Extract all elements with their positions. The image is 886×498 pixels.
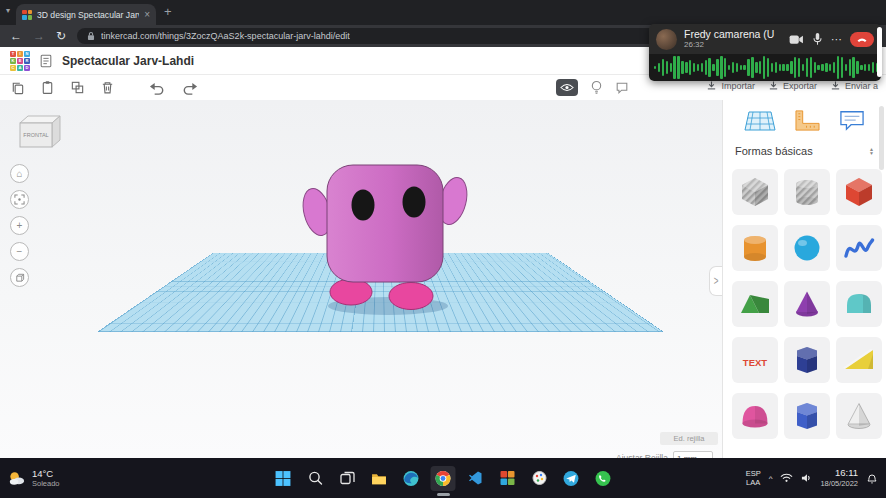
view-nav-buttons: ⌂ + − (10, 164, 29, 287)
more-options-icon[interactable]: ⋯ (831, 37, 842, 41)
perspective-toggle-button[interactable] (10, 268, 29, 287)
enviar-a-button[interactable]: Enviar a (830, 80, 878, 91)
stop-recording-button[interactable] (850, 32, 874, 47)
ruler-tool-icon[interactable] (793, 108, 822, 133)
exportar-button[interactable]: Exportar (768, 80, 817, 91)
clock[interactable]: 16:11 18/05/2022 (820, 467, 858, 488)
telegram-icon[interactable] (559, 466, 584, 491)
duplicate-icon[interactable] (70, 80, 85, 95)
shape-cono[interactable] (784, 281, 830, 327)
undo-icon[interactable] (149, 81, 166, 95)
notes-panel-icon[interactable] (838, 109, 866, 133)
edge-icon[interactable] (399, 466, 424, 491)
snap-grid-select[interactable]: 1 mm ▾ (673, 451, 713, 458)
panel-scrollbar[interactable] (879, 106, 884, 170)
viewcube-label: FRONTAL (23, 132, 48, 138)
shapes-panel: Formas básicas ▲ ▼ TEXT (722, 100, 886, 458)
search-icon[interactable] (303, 466, 328, 491)
panel-collapse-handle[interactable]: > (709, 266, 722, 296)
snap-grid-controls: Ajustar Rejilla 1 mm ▾ (616, 451, 713, 458)
shape-esfera[interactable] (784, 225, 830, 271)
screen: ▾ 3D design Spectacular Jarv-Lahdi × + ←… (0, 0, 886, 498)
shape-caja[interactable] (836, 169, 882, 215)
design-name[interactable]: Spectacular Jarv-Lahdi (62, 54, 194, 68)
vscode-icon[interactable] (463, 466, 488, 491)
browser-tab-strip: ▾ 3D design Spectacular Jarv-Lahdi × + (0, 0, 886, 25)
recorder-info: Fredy camarena (U 26:32 (684, 28, 782, 49)
design-menu-icon[interactable] (39, 54, 53, 68)
paint-icon[interactable] (527, 466, 552, 491)
left-foot (330, 279, 372, 305)
recorder-user-name: Fredy camarena (U (684, 28, 782, 40)
shape-hexagono[interactable] (784, 393, 830, 439)
forward-button[interactable]: → (33, 30, 45, 42)
hidden-icons-chevron[interactable]: ^ (769, 474, 773, 483)
logo-tile: D (24, 65, 30, 71)
panel-tools (723, 100, 886, 137)
shape-techo[interactable] (732, 281, 778, 327)
paste-icon[interactable] (40, 80, 55, 95)
delete-icon[interactable] (100, 80, 115, 95)
workplane-tool-icon[interactable] (743, 109, 777, 133)
overlay-scrollbar[interactable] (877, 27, 882, 77)
back-button[interactable]: ← (10, 30, 22, 42)
left-eye (352, 190, 375, 221)
notes-tool-icon[interactable] (615, 81, 629, 95)
recorder-controls: ⋯ (789, 32, 874, 47)
shape-techo-redondeado[interactable] (836, 281, 882, 327)
task-view-icon[interactable] (335, 466, 360, 491)
logo-tile: K (10, 58, 16, 64)
start-icon[interactable] (271, 466, 296, 491)
weather-widget[interactable]: 14°C Soleado (7, 458, 60, 498)
tinkercad-icon[interactable] (495, 466, 520, 491)
shape-poligono[interactable] (784, 337, 830, 383)
shape-cuna[interactable] (836, 337, 882, 383)
tab-close-icon[interactable]: × (144, 10, 150, 20)
keyboard-language[interactable]: ESP LAA (746, 469, 761, 488)
wifi-icon[interactable] (780, 473, 793, 483)
header-actions: ImportarExportarEnviar a (706, 80, 878, 91)
shape-medio-cono[interactable] (836, 393, 882, 439)
tinkercad-logo[interactable]: TINKERCAD (10, 51, 30, 71)
shape-paraboloide[interactable] (732, 393, 778, 439)
shape-garabato[interactable] (836, 225, 882, 271)
shape-category-label: Formas básicas (735, 145, 813, 157)
view-cube[interactable]: FRONTAL (14, 112, 64, 156)
shape-cilindro-hueco[interactable] (784, 169, 830, 215)
mic-icon[interactable] (812, 32, 823, 46)
tab-search-chevron-icon[interactable]: ▾ (6, 7, 10, 15)
reload-button[interactable]: ↻ (56, 30, 66, 42)
redo-icon[interactable] (181, 81, 198, 95)
chrome-icon[interactable] (431, 466, 456, 491)
zoom-in-button[interactable]: + (10, 216, 29, 235)
importar-button[interactable]: Importar (706, 80, 755, 91)
url-text: tinkercad.com/things/3ZoczQAaS2k-spectac… (101, 31, 350, 41)
category-spinner-icon[interactable]: ▲ ▼ (869, 147, 874, 156)
browser-tab[interactable]: 3D design Spectacular Jarv-Lahdi × (16, 4, 156, 25)
shape-caja-hueca[interactable] (732, 169, 778, 215)
logo-tile: N (24, 51, 30, 57)
3d-viewport[interactable]: FRONTAL ⌂ + − > Ed. rejilla Ajustar Reji… (0, 100, 722, 458)
edit-grid-button[interactable]: Ed. rejilla (660, 432, 718, 445)
shape-texto[interactable]: TEXT (732, 337, 778, 383)
home-view-button[interactable]: ⌂ (10, 164, 29, 183)
lock-icon (87, 31, 95, 41)
bulb-icon[interactable] (590, 80, 603, 95)
shape-grid: TEXT (723, 161, 886, 439)
shape-category-dropdown[interactable]: Formas básicas ▲ ▼ (723, 137, 886, 161)
new-tab-button[interactable]: + (164, 5, 172, 18)
volume-icon[interactable] (801, 473, 812, 483)
shape-cilindro[interactable] (732, 225, 778, 271)
zoom-out-button[interactable]: − (10, 242, 29, 261)
right-eye (403, 187, 426, 218)
whatsapp-icon[interactable] (591, 466, 616, 491)
logo-tile: I (17, 51, 23, 57)
copy-icon[interactable] (10, 80, 25, 95)
show-hidden-button[interactable] (556, 79, 578, 96)
model-character[interactable] (290, 155, 480, 320)
camera-icon[interactable] (789, 34, 804, 45)
audio-waveform (649, 54, 881, 81)
file-explorer-icon[interactable] (367, 466, 392, 491)
notifications-icon[interactable] (866, 472, 878, 484)
fit-view-button[interactable] (10, 190, 29, 209)
